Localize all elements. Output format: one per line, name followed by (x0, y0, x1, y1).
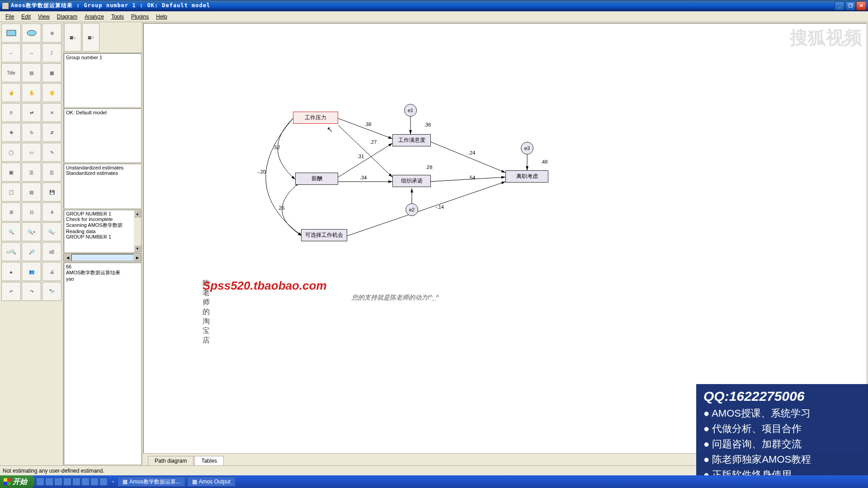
object-props-tool[interactable]: ⊞ (1, 202, 21, 221)
vars2-tool[interactable]: ▦ (42, 63, 61, 82)
ql-icon[interactable] (54, 478, 62, 486)
drag-props-tool[interactable]: ⊡ (22, 202, 41, 221)
scroll-up-icon[interactable]: ▲ (134, 210, 141, 217)
menu-analyze[interactable]: Analyze (81, 13, 108, 21)
chevron-icon[interactable]: » (109, 479, 117, 484)
deselect-tool[interactable]: 🖐 (42, 83, 61, 102)
tab-path-diagram[interactable]: Path diagram (148, 456, 193, 465)
resize-tool[interactable]: ✥ (1, 123, 21, 142)
zoom-page-tool[interactable]: ▭🔍 (1, 242, 21, 261)
minimize-button[interactable]: _ (835, 1, 844, 10)
spec-search-tool[interactable]: 🔭 (42, 282, 61, 301)
rectangle-tool[interactable] (1, 23, 21, 42)
move-tool[interactable]: ⇄ (22, 103, 41, 122)
close-button[interactable]: ✕ (856, 1, 866, 10)
menu-diagram[interactable]: Diagram (53, 13, 81, 21)
ellipse-tool[interactable] (22, 23, 41, 42)
path-bidir-tool[interactable]: ↔ (22, 43, 41, 62)
analysis-props-tool[interactable]: ||| (22, 163, 41, 182)
ql-icon[interactable] (63, 478, 71, 486)
output-diagram-button[interactable]: ▦↑ (82, 23, 99, 52)
menu-file[interactable]: File (2, 13, 18, 21)
shape-tool[interactable]: ◯ (1, 143, 21, 162)
svg-rect-0 (7, 30, 16, 36)
clipboard-tool[interactable]: 📋 (1, 183, 21, 202)
ql-icon[interactable] (90, 478, 99, 486)
menu-help[interactable]: Help (152, 13, 171, 21)
menu-plugins[interactable]: Plugins (127, 13, 152, 21)
task-amos-data[interactable]: ▦ Amos教学数据运算... (118, 477, 185, 487)
info-panel: 66 AMOS教学数据运算结果 yao (64, 263, 142, 465)
menu-tools[interactable]: Tools (108, 13, 127, 21)
log-hscroll[interactable]: ◀ ▶ (64, 253, 142, 262)
groups-panel[interactable]: Group number 1 (64, 53, 142, 108)
title-tool[interactable]: Title (1, 63, 21, 82)
zoom-out-tool[interactable]: 🔍- (42, 222, 61, 241)
model-item[interactable]: OK: Default model (66, 110, 139, 115)
node-job-satisfaction[interactable]: 工作满意度 (392, 134, 431, 146)
start-button[interactable]: 开始 (0, 475, 34, 488)
task-icon: ▦ (123, 479, 127, 485)
save-tool[interactable]: 💾 (42, 183, 61, 202)
reflect-tool[interactable]: ⇵ (42, 123, 61, 142)
rotate-tool[interactable]: ↻ (22, 123, 41, 142)
error-e1[interactable]: e1 (404, 104, 417, 117)
ql-icon[interactable] (36, 478, 44, 486)
error-e2[interactable]: e2 (406, 203, 418, 216)
node-turnover[interactable]: 离职考虑 (505, 170, 548, 183)
windows-logo-icon (4, 478, 11, 485)
error-e3[interactable]: e3 (521, 142, 533, 155)
select-all-tool[interactable]: ✋ (22, 83, 41, 102)
latent-tool[interactable]: ⊕ (42, 23, 61, 42)
vars-tool[interactable]: ▤ (22, 63, 41, 82)
scroll-left-icon[interactable]: ◀ (64, 254, 71, 261)
scroll-down-icon[interactable]: ▼ (134, 245, 141, 252)
calc-tool[interactable]: ||| (42, 163, 61, 182)
touchup-tool[interactable]: ✎ (42, 143, 61, 162)
copy-tool[interactable]: ⎘ (1, 103, 21, 122)
bayes-tool[interactable]: αβ (42, 242, 61, 261)
ql-icon[interactable] (81, 478, 90, 486)
loupe-tool[interactable]: 🔎 (22, 242, 41, 261)
tab-tables[interactable]: Tables (194, 456, 224, 465)
unstandardized-item[interactable]: Unstandardized estimates (66, 165, 139, 170)
task-amos-output[interactable]: ▦ Amos Output (187, 477, 236, 487)
scroll-right-icon[interactable]: ▶ (134, 254, 141, 261)
preserve-tool[interactable]: ⋔ (42, 202, 61, 221)
menu-view[interactable]: View (34, 13, 53, 21)
node-job-opportunity[interactable]: 可选择工作机会 (301, 229, 347, 241)
printer-tool[interactable]: 🖨 (42, 262, 61, 281)
maximize-button[interactable]: ❐ (845, 1, 855, 10)
node-org-commitment[interactable]: 组织承诺 (392, 175, 431, 187)
error-tool[interactable]: ⤴ (42, 43, 61, 62)
zoom-tool[interactable]: 🔍 (1, 222, 21, 241)
select-tool[interactable]: ☝ (1, 83, 21, 102)
models-panel[interactable]: OK: Default model (64, 108, 142, 163)
group-item[interactable]: Group number 1 (66, 55, 139, 60)
cursor-icon: ↖ (327, 125, 333, 134)
standardized-item[interactable]: Standardized estimates (66, 170, 139, 176)
print-tool[interactable]: 👥 (22, 262, 41, 281)
r2-js: .36 (424, 122, 431, 127)
ql-icon[interactable] (45, 478, 53, 486)
undo-tool[interactable]: ↶ (1, 282, 21, 301)
log-scrollbar[interactable]: ▲ ▼ (134, 210, 141, 252)
node-work-pressure[interactable]: 工作压力 (293, 112, 338, 124)
output-tool[interactable]: ▤ (22, 183, 41, 202)
svg-line-6 (429, 141, 505, 173)
node-salary[interactable]: 薪酬 (295, 173, 338, 185)
erase-tool[interactable]: ✕ (42, 103, 61, 122)
path-left-tool[interactable]: ← (1, 43, 21, 62)
properties-tool[interactable]: ▭ (22, 143, 41, 162)
zoom-in-tool[interactable]: 🔍+ (22, 222, 41, 241)
menubar: File Edit View Diagram Analyze Tools Plu… (0, 11, 868, 22)
data-tool[interactable]: ▦ (1, 163, 21, 182)
menu-edit[interactable]: Edit (18, 13, 34, 21)
estimates-panel[interactable]: Unstandardized estimates Standardized es… (64, 164, 142, 209)
ql-icon[interactable] (72, 478, 80, 486)
input-diagram-button[interactable]: ▦↓ (64, 23, 81, 52)
multigroup-tool[interactable]: ▲ (1, 262, 21, 281)
hscroll-track[interactable] (71, 254, 134, 261)
ql-icon[interactable] (99, 478, 108, 486)
redo-tool[interactable]: ↷ (22, 282, 41, 301)
